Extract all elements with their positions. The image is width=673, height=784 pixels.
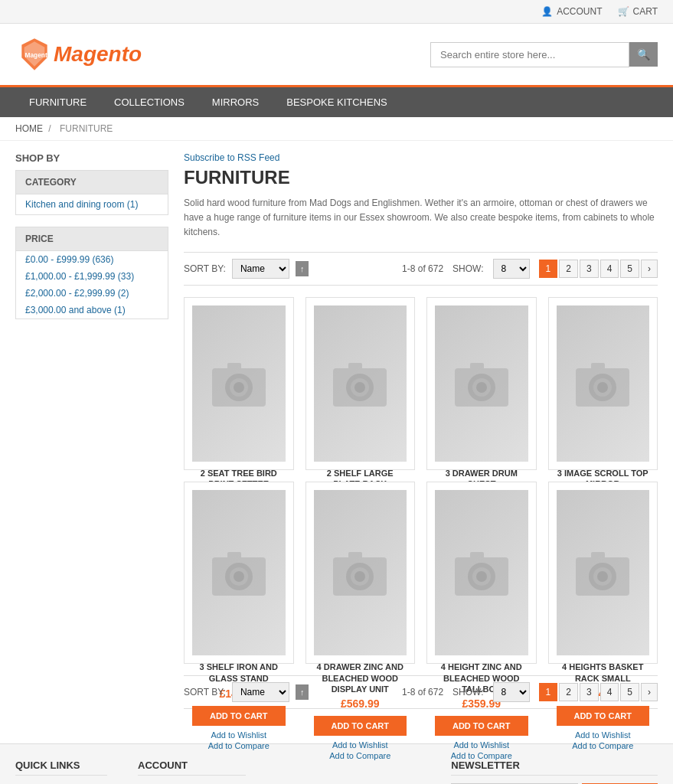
price-link-4[interactable]: £3,000.00 and above (1) <box>25 305 126 315</box>
bottom-page-next-btn[interactable]: › <box>641 683 658 701</box>
breadcrumb-separator: / <box>48 123 51 134</box>
product-image-1[interactable] <box>192 305 286 462</box>
bottom-sort-by-label: SORT BY: <box>184 687 226 697</box>
price-filter-4[interactable]: £3,000.00 and above (1) <box>16 302 168 318</box>
nav-item-furniture[interactable]: FURNITURE <box>15 87 100 117</box>
bottom-sort-direction-button[interactable]: ↑ <box>296 684 309 700</box>
wishlist-link-7[interactable]: Add to Wishlist <box>435 740 528 750</box>
breadcrumb-home[interactable]: HOME <box>15 123 43 134</box>
product-img-svg-1 <box>208 353 270 414</box>
header: Magento Magento 🔍 <box>0 24 673 87</box>
bottom-pagination-controls: 1-8 of 672 SHOW: 8 16 24 1 2 3 4 5 › <box>402 682 658 702</box>
search-input[interactable] <box>430 42 629 67</box>
bottom-page-btn-1[interactable]: 1 <box>539 683 558 701</box>
product-img-svg-2 <box>329 353 390 414</box>
rss-link[interactable]: Subscribe to RSS Feed <box>184 152 658 163</box>
price-filter-3[interactable]: £2,000.00 - £2,999.99 (2) <box>16 285 168 302</box>
search-button[interactable]: 🔍 <box>629 42 658 67</box>
page-info: 1-8 of 672 <box>402 263 443 274</box>
product-image-3[interactable] <box>435 305 528 462</box>
page-btn-5[interactable]: 5 <box>620 260 639 278</box>
product-image-6[interactable] <box>314 490 407 656</box>
pagination: 1 2 3 4 5 › <box>539 260 658 278</box>
product-links-6: Add to Wishlist Add to Compare <box>314 740 407 760</box>
price-section: PRICE £0.00 - £999.99 (636) £1,000.00 - … <box>15 227 168 319</box>
nav-item-mirrors[interactable]: MIRRORS <box>198 87 273 117</box>
top-toolbar: SORT BY: Name Price Newest ↑ 1-8 of 672 … <box>184 252 658 286</box>
bottom-page-btn-3[interactable]: 3 <box>580 683 599 701</box>
wishlist-link-6[interactable]: Add to Wishlist <box>314 740 407 750</box>
bottom-show-label: SHOW: <box>452 687 483 697</box>
product-card-7: 4 HEIGHT ZINC AND BLEACHED WOOD TALLBOY … <box>426 482 537 665</box>
show-select[interactable]: 8 16 24 <box>493 259 530 279</box>
bottom-page-btn-4[interactable]: 4 <box>600 683 619 701</box>
product-img-svg-5 <box>208 542 270 603</box>
svg-point-4 <box>234 382 244 393</box>
page-description: Solid hard wood furniture from Mad Dogs … <box>184 196 658 240</box>
product-image-2[interactable] <box>314 305 407 462</box>
cart-link[interactable]: 🛒 CART <box>618 6 658 17</box>
add-to-cart-btn-7[interactable]: ADD TO CART <box>435 716 528 736</box>
nav-item-bespoke-kitchens[interactable]: BESPOKE KITCHENS <box>273 87 400 117</box>
category-link[interactable]: Kitchen and dining room (1) <box>25 199 138 210</box>
svg-rect-5 <box>227 363 241 370</box>
sort-select[interactable]: Name Price Newest <box>232 259 289 279</box>
account-icon: 👤 <box>541 6 553 17</box>
svg-rect-10 <box>348 363 362 370</box>
svg-point-24 <box>234 571 244 582</box>
page-btn-2[interactable]: 2 <box>559 260 578 278</box>
account-title: ACCOUNT <box>138 760 246 776</box>
price-filter-1[interactable]: £0.00 - £999.99 (636) <box>16 251 168 268</box>
pagination-controls: 1-8 of 672 SHOW: 8 16 24 1 2 3 4 5 › <box>402 259 658 279</box>
add-to-cart-btn-6[interactable]: ADD TO CART <box>314 716 407 736</box>
price-link-1[interactable]: £0.00 - £999.99 (636) <box>25 254 113 265</box>
svg-rect-30 <box>348 552 362 559</box>
bottom-sort-select[interactable]: Name Price Newest <box>232 682 289 702</box>
account-link[interactable]: 👤 ACCOUNT <box>541 6 602 17</box>
bottom-page-btn-5[interactable]: 5 <box>620 683 639 701</box>
breadcrumb-current: FURNITURE <box>60 123 113 134</box>
product-links-7: Add to Wishlist Add to Compare <box>435 740 528 760</box>
sort-direction-button[interactable]: ↑ <box>296 261 309 276</box>
wishlist-link-5[interactable]: Add to Wishlist <box>192 730 286 740</box>
bottom-page-info: 1-8 of 672 <box>402 687 443 697</box>
add-to-cart-btn-8[interactable]: ADD TO CART <box>557 706 650 726</box>
nav-item-collections[interactable]: COLLECTIONS <box>100 87 198 117</box>
product-image-4[interactable] <box>557 305 650 462</box>
price-link-2[interactable]: £1,000.00 - £1,999.99 (33) <box>25 271 134 282</box>
product-card-4: 3 IMAGE SCROLL TOP MIRROR £179.99 ADD TO… <box>548 297 658 470</box>
wishlist-link-8[interactable]: Add to Wishlist <box>557 730 650 740</box>
price-link-3[interactable]: £2,000.00 - £2,999.99 (2) <box>25 288 129 299</box>
product-name-8: 4 HEIGHTS BASKET RACK SMALL <box>557 662 650 684</box>
price-filter-2[interactable]: £1,000.00 - £1,999.99 (33) <box>16 268 168 285</box>
sidebar-category-item[interactable]: Kitchen and dining room (1) <box>16 194 168 214</box>
bottom-pagination: 1 2 3 4 5 › <box>539 683 658 701</box>
product-name-5: 3 SHELF IRON AND GLASS STAND <box>192 662 286 684</box>
logo[interactable]: Magento Magento <box>15 35 142 74</box>
svg-rect-35 <box>470 552 484 559</box>
bottom-page-btn-2[interactable]: 2 <box>559 683 578 701</box>
breadcrumb: HOME / FURNITURE <box>0 117 673 141</box>
page-btn-3[interactable]: 3 <box>580 260 599 278</box>
compare-link-5[interactable]: Add to Compare <box>192 741 286 750</box>
svg-rect-40 <box>591 552 605 559</box>
bottom-show-select[interactable]: 8 16 24 <box>493 682 530 702</box>
product-price-6: £569.99 <box>314 697 407 710</box>
main-nav: FURNITURE COLLECTIONS MIRRORS BESPOKE KI… <box>0 87 673 117</box>
product-image-8[interactable] <box>557 490 650 656</box>
product-img-svg-7 <box>451 542 512 603</box>
product-image-5[interactable] <box>192 490 286 656</box>
footer-columns: QUICK LINKS SITE MAP SEARCH TERMS ADVANC… <box>15 760 658 784</box>
page-btn-1[interactable]: 1 <box>539 260 558 278</box>
product-image-7[interactable] <box>435 490 528 656</box>
logo-svg: Magento <box>15 35 54 74</box>
compare-link-8[interactable]: Add to Compare <box>557 741 650 750</box>
page-next-btn[interactable]: › <box>641 260 658 278</box>
category-count: (1) <box>127 199 139 210</box>
page-btn-4[interactable]: 4 <box>600 260 619 278</box>
footer-quick-links: QUICK LINKS SITE MAP SEARCH TERMS ADVANC… <box>15 760 107 784</box>
newsletter-title: NEWSLETTER <box>451 760 658 776</box>
show-label: SHOW: <box>452 263 483 274</box>
add-to-cart-btn-5[interactable]: ADD TO CART <box>192 706 286 726</box>
logo-text: Magento <box>54 42 142 67</box>
